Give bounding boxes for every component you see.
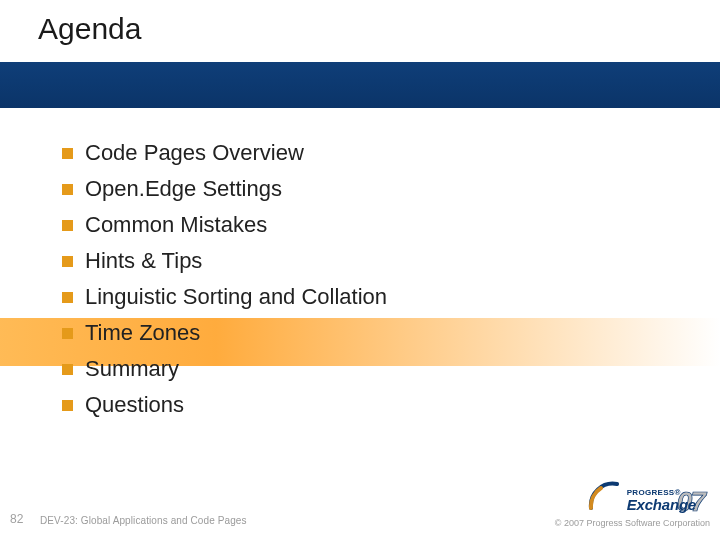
slide-number: 82 [10, 512, 23, 526]
bullet-text: Hints & Tips [85, 248, 202, 274]
list-item: Summary [62, 356, 387, 382]
slide-title: Agenda [38, 12, 141, 46]
bullet-text: Code Pages Overview [85, 140, 304, 166]
bullet-icon [62, 256, 73, 267]
bullet-text: Time Zones [85, 320, 200, 346]
content-area: Code Pages Overview Open.Edge Settings C… [62, 140, 387, 428]
logo-exchange-text: Exchange [627, 497, 696, 512]
bullet-text: Questions [85, 392, 184, 418]
bullet-icon [62, 184, 73, 195]
list-item: Common Mistakes [62, 212, 387, 238]
list-item: Questions [62, 392, 387, 418]
bullet-icon [62, 148, 73, 159]
logo: PROGRESS® Exchange [587, 478, 696, 512]
slide: Agenda Code Pages Overview Open.Edge Set… [0, 0, 720, 540]
list-item: Linguistic Sorting and Collation [62, 284, 387, 310]
bullet-text: Linguistic Sorting and Collation [85, 284, 387, 310]
bullet-icon [62, 364, 73, 375]
logo-arc-icon [587, 478, 621, 512]
logo-text: PROGRESS® Exchange [627, 489, 696, 512]
bullet-icon [62, 220, 73, 231]
list-item: Code Pages Overview [62, 140, 387, 166]
session-title: DEV-23: Global Applications and Code Pag… [40, 515, 247, 526]
copyright: © 2007 Progress Software Corporation [555, 518, 710, 528]
bullet-icon [62, 328, 73, 339]
blue-band [0, 62, 720, 108]
bullet-text: Summary [85, 356, 179, 382]
list-item: Hints & Tips [62, 248, 387, 274]
list-item: Time Zones [62, 320, 387, 346]
list-item: Open.Edge Settings [62, 176, 387, 202]
bullet-icon [62, 292, 73, 303]
bullet-icon [62, 400, 73, 411]
bullet-text: Common Mistakes [85, 212, 267, 238]
bullet-text: Open.Edge Settings [85, 176, 282, 202]
